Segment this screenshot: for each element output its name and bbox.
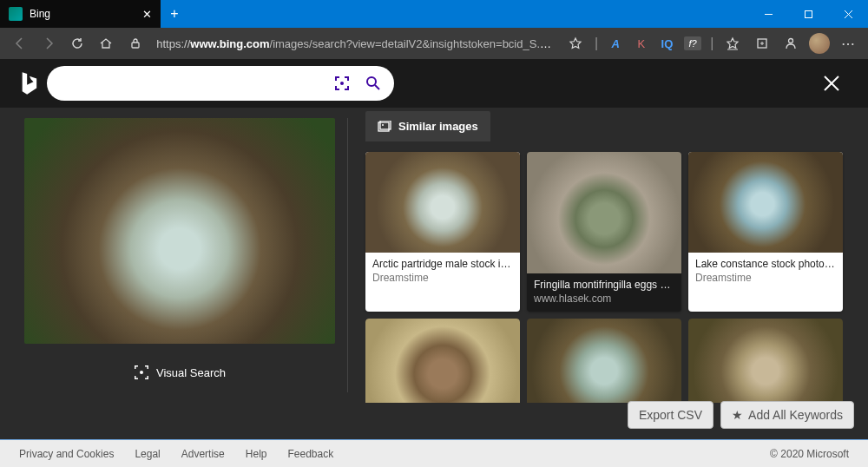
- result-thumbnail: [688, 319, 843, 403]
- svg-line-20: [375, 85, 379, 89]
- export-csv-button[interactable]: Export CSV: [628, 401, 713, 429]
- svg-point-18: [340, 82, 344, 85]
- add-keywords-label: Add All Keywords: [748, 408, 843, 422]
- result-card[interactable]: Lake constance stock photo. Ima… Dreamst…: [688, 152, 843, 312]
- footer-copyright: © 2020 Microsoft: [770, 448, 849, 460]
- svg-rect-17: [347, 86, 349, 90]
- window-maximize-button[interactable]: [788, 0, 828, 28]
- home-button[interactable]: [94, 30, 119, 57]
- export-csv-label: Export CSV: [639, 408, 702, 422]
- extension-a-icon[interactable]: A: [604, 31, 627, 56]
- extension-k-icon[interactable]: K: [630, 31, 653, 56]
- content-area: Visual Search Similar images Arctic part…: [0, 108, 868, 403]
- svg-rect-26: [148, 365, 149, 369]
- footer-advertise-link[interactable]: Advertise: [181, 448, 225, 460]
- url-field[interactable]: https://www.bing.com/images/search?view=…: [151, 37, 559, 50]
- result-title: Lake constance stock photo. Ima…: [695, 258, 836, 270]
- svg-rect-13: [347, 76, 349, 81]
- favorite-star-icon[interactable]: [562, 30, 588, 57]
- tab-title: Bing: [30, 8, 50, 20]
- result-card[interactable]: [365, 319, 520, 403]
- titlebar-spacer: [188, 0, 748, 28]
- svg-rect-28: [135, 376, 136, 379]
- lock-icon[interactable]: [122, 30, 148, 57]
- tab-close-icon[interactable]: ✕: [142, 8, 152, 21]
- tab-favicon: [9, 7, 23, 21]
- result-thumbnail: [365, 152, 520, 253]
- addrbar-divider-2: |: [707, 30, 717, 57]
- images-icon: [378, 121, 391, 133]
- similar-images-grid: Arctic partridge male stock imag… Dreams…: [365, 152, 854, 403]
- svg-rect-11: [335, 76, 337, 81]
- back-button[interactable]: [7, 30, 32, 57]
- window-close-button[interactable]: [828, 0, 868, 28]
- svg-point-19: [367, 77, 376, 86]
- visual-search-icon[interactable]: [326, 68, 358, 99]
- search-submit-icon[interactable]: [358, 68, 389, 99]
- svg-rect-4: [132, 43, 139, 48]
- result-card[interactable]: [688, 319, 843, 403]
- url-text: https://www.bing.com/images/search?view=…: [156, 37, 554, 50]
- footer-feedback-link[interactable]: Feedback: [287, 448, 333, 460]
- floating-actions: Export CSV ★ Add All Keywords: [628, 401, 854, 429]
- address-bar: https://www.bing.com/images/search?view=…: [0, 28, 868, 59]
- svg-rect-15: [335, 86, 337, 90]
- forward-button[interactable]: [36, 30, 61, 57]
- result-title: Fringilla montifringilla eggs nest: [534, 279, 674, 291]
- result-source: Dreamstime: [695, 272, 836, 284]
- svg-rect-30: [148, 376, 149, 379]
- result-card[interactable]: Fringilla montifringilla eggs nest www.h…: [527, 152, 681, 312]
- star-icon: ★: [732, 408, 743, 422]
- svg-point-34: [382, 124, 384, 126]
- window-controls: [748, 0, 868, 28]
- footer-help-link[interactable]: Help: [246, 448, 267, 460]
- footer-legal-link[interactable]: Legal: [135, 448, 160, 460]
- more-menu-icon[interactable]: ⋯: [836, 30, 861, 57]
- extension-iq-icon[interactable]: IQ: [656, 31, 679, 56]
- browser-tab[interactable]: Bing ✕: [0, 0, 161, 28]
- svg-point-31: [140, 371, 143, 374]
- add-all-keywords-button[interactable]: ★ Add All Keywords: [720, 401, 854, 429]
- main-result-image[interactable]: [24, 118, 335, 344]
- addrbar-divider: |: [592, 30, 602, 57]
- extension-fx-icon[interactable]: f?: [681, 31, 704, 56]
- visual-search-label: Visual Search: [156, 366, 226, 379]
- right-pane: Similar images Arctic partridge male sto…: [348, 108, 868, 403]
- left-pane: Visual Search: [0, 108, 347, 403]
- window-minimize-button[interactable]: [748, 0, 788, 28]
- search-input[interactable]: [62, 76, 326, 91]
- similar-images-tab[interactable]: Similar images: [365, 111, 490, 141]
- footer: Privacy and Cookies Legal Advertise Help…: [0, 439, 868, 467]
- new-tab-button[interactable]: +: [161, 0, 188, 28]
- collections-icon[interactable]: [749, 30, 774, 57]
- bing-header: [0, 59, 868, 108]
- result-card[interactable]: Arctic partridge male stock imag… Dreams…: [365, 152, 520, 312]
- window-titlebar: Bing ✕ +: [0, 0, 868, 28]
- result-thumbnail: [365, 319, 520, 403]
- result-thumbnail: [527, 319, 681, 403]
- svg-rect-1: [805, 10, 812, 17]
- result-source: Dreamstime: [372, 272, 513, 284]
- favorites-icon[interactable]: [720, 30, 746, 57]
- bing-logo-icon[interactable]: [19, 70, 38, 96]
- similar-tab-label: Similar images: [398, 120, 478, 133]
- footer-privacy-link[interactable]: Privacy and Cookies: [19, 448, 114, 460]
- result-source: www.hlasek.com: [534, 293, 674, 305]
- profile-avatar[interactable]: [807, 30, 832, 57]
- visual-search-button[interactable]: Visual Search: [134, 365, 226, 380]
- svg-rect-24: [135, 365, 136, 369]
- svg-point-9: [788, 39, 792, 43]
- result-card[interactable]: [527, 319, 681, 403]
- result-title: Arctic partridge male stock imag…: [372, 258, 513, 270]
- visual-search-small-icon: [134, 365, 149, 380]
- result-thumbnail: [527, 152, 681, 273]
- search-box[interactable]: [47, 66, 394, 101]
- account-icon[interactable]: [778, 30, 803, 57]
- close-detail-icon[interactable]: [814, 66, 849, 101]
- result-thumbnail: [688, 152, 843, 253]
- refresh-button[interactable]: [65, 30, 90, 57]
